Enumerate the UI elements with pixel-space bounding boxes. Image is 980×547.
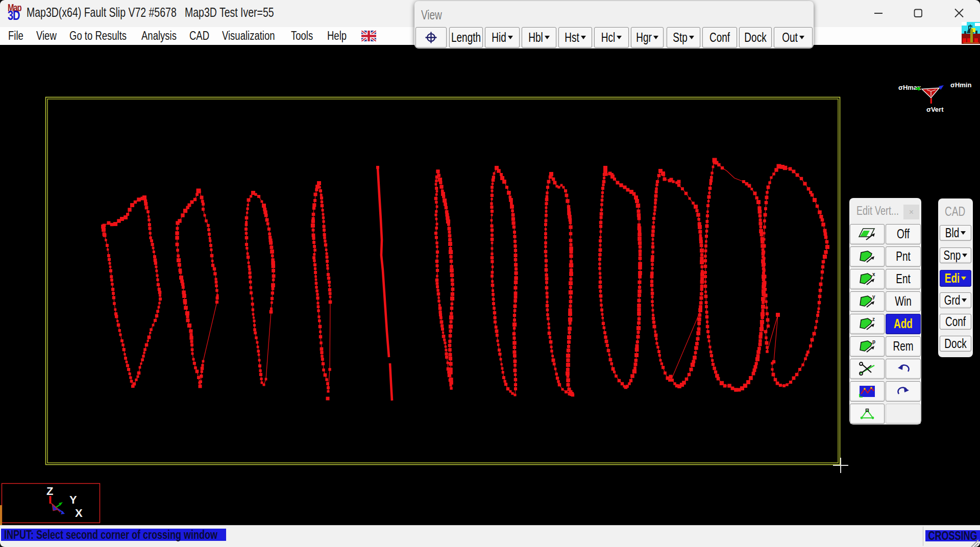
svg-text:Y: Y xyxy=(69,493,77,506)
svg-text:X: X xyxy=(75,507,83,519)
svg-text:p: p xyxy=(872,339,875,344)
svg-text:σHmin: σHmin xyxy=(950,81,971,89)
svg-text:x: x xyxy=(872,271,875,277)
svg-text:σVert: σVert xyxy=(926,106,944,113)
svg-text:z: z xyxy=(872,316,875,322)
svg-text:Z: Z xyxy=(46,485,53,498)
svg-text:y: y xyxy=(872,294,875,300)
